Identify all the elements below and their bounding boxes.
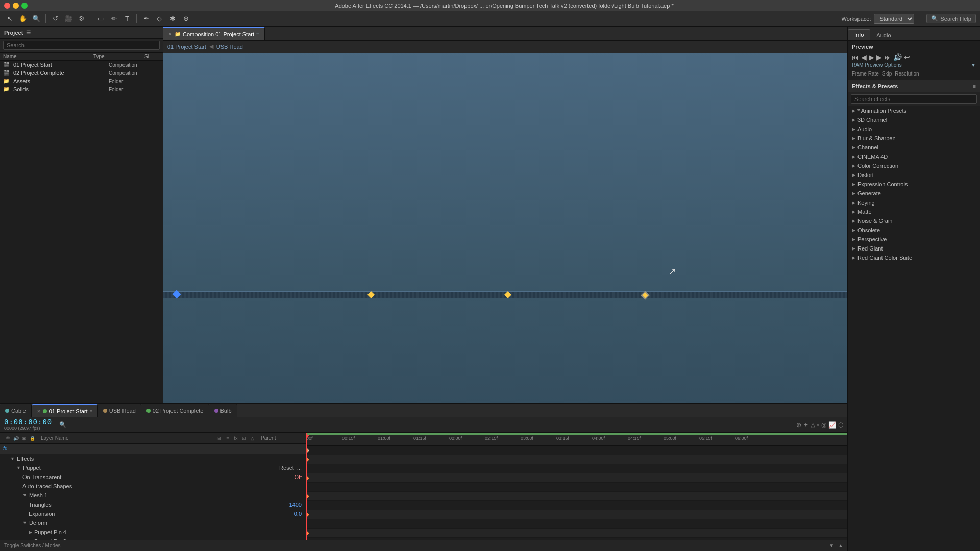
effects-icon[interactable]: ✦ bbox=[803, 421, 808, 429]
motion-blur-icon[interactable]: ◎ bbox=[821, 421, 826, 429]
comp-tab-active[interactable]: ✕ 📁 Composition 01 Project Start ≡ bbox=[163, 27, 265, 40]
zoom-tool[interactable]: 🔍 bbox=[31, 13, 42, 24]
graph-editor-icon[interactable]: 📈 bbox=[828, 421, 836, 429]
triangles-value[interactable]: 1400 bbox=[289, 502, 302, 508]
puppet-row[interactable]: ▼ Puppet Reset ... bbox=[0, 463, 306, 472]
hand-tool[interactable]: ✋ bbox=[17, 13, 29, 24]
triangles-row[interactable]: Triangles 1400 bbox=[0, 500, 306, 509]
category-noise-grain[interactable]: ▶ Noise & Grain bbox=[848, 216, 980, 226]
search-help-label[interactable]: Search Help bbox=[940, 16, 971, 22]
category-obsolete[interactable]: ▶ Obsolete bbox=[848, 226, 980, 235]
lock-icon[interactable]: 🔒 bbox=[29, 435, 36, 442]
deform-row[interactable]: ▼ Deform bbox=[0, 518, 306, 528]
category-perspective[interactable]: ▶ Perspective bbox=[848, 235, 980, 244]
mesh1-triangle[interactable]: ▼ bbox=[22, 493, 27, 498]
workspace-select[interactable]: Standard bbox=[874, 14, 914, 24]
breadcrumb-item-1[interactable]: 01 Project Start bbox=[167, 44, 206, 50]
pin4-triangle[interactable]: ▶ bbox=[29, 530, 32, 535]
render-queue-icon[interactable]: ⬡ bbox=[838, 421, 843, 429]
puppet-triangle[interactable]: ▼ bbox=[16, 465, 21, 470]
new-layer-icon[interactable]: ⊕ bbox=[796, 421, 801, 429]
minimize-button[interactable] bbox=[13, 3, 19, 9]
frame-blending-icon[interactable]: ▫ bbox=[817, 421, 819, 429]
comp-tab-close-icon[interactable]: ✕ bbox=[168, 32, 173, 37]
camera-tool[interactable]: 🎥 bbox=[63, 13, 74, 24]
project-item-solids[interactable]: 📁 Solids Folder bbox=[0, 85, 163, 93]
solo-icon[interactable]: ◉ bbox=[20, 435, 28, 442]
category-distort[interactable]: ▶ Distort bbox=[848, 170, 980, 180]
3d-switch[interactable]: △ bbox=[249, 435, 256, 442]
eraser-tool[interactable]: ◇ bbox=[154, 13, 165, 24]
expansion-value[interactable]: 0.0 bbox=[294, 511, 302, 517]
preview-menu-icon[interactable]: ≡ bbox=[973, 44, 976, 50]
on-transparent-row[interactable]: On Transparent Off bbox=[0, 472, 306, 482]
timeline-tab-cable[interactable]: Cable bbox=[0, 404, 32, 417]
category-keying[interactable]: ▶ Keying bbox=[848, 198, 980, 207]
breadcrumb-item-2[interactable]: USB Head bbox=[216, 44, 243, 50]
comp-tab-menu-icon[interactable]: ≡ bbox=[256, 31, 259, 37]
tab-audio[interactable]: Audio bbox=[870, 30, 897, 40]
category-cinema4d[interactable]: ▶ CINEMA 4D bbox=[848, 152, 980, 161]
maximize-button[interactable] bbox=[21, 3, 28, 9]
text-tool[interactable]: T bbox=[121, 13, 133, 24]
loop-btn[interactable]: ↩ bbox=[904, 53, 910, 61]
timeline-tab-usb[interactable]: USB Head bbox=[98, 404, 141, 417]
timeline-tab-close[interactable]: ✕ bbox=[37, 409, 41, 414]
anchor-tool[interactable]: ⊕ bbox=[180, 13, 191, 24]
puppet-options-btn[interactable]: ... bbox=[297, 465, 302, 471]
puppet-tool[interactable]: ✱ bbox=[167, 13, 178, 24]
expansion-row[interactable]: Expansion 0.0 bbox=[0, 509, 306, 518]
settings-tool[interactable]: ⚙ bbox=[76, 13, 87, 24]
category-generate[interactable]: ▶ Generate bbox=[848, 189, 980, 198]
first-frame-btn[interactable]: ⏮ bbox=[852, 53, 859, 61]
project-search-input[interactable] bbox=[3, 41, 160, 50]
ram-preview-dropdown[interactable]: ▼ bbox=[971, 62, 976, 68]
category-matte[interactable]: ▶ Matte bbox=[848, 207, 980, 216]
brush-tool[interactable]: ✒ bbox=[140, 13, 152, 24]
play-btn[interactable]: ▶ bbox=[869, 53, 874, 61]
frame-blend-switch[interactable]: ⊡ bbox=[240, 435, 248, 442]
mode-icon[interactable]: ≡ bbox=[224, 435, 231, 442]
ram-preview-options[interactable]: RAM Preview Options ▼ bbox=[852, 61, 976, 69]
add-marker-icon[interactable]: ▼ bbox=[829, 543, 834, 548]
next-frame-btn[interactable]: ▶ bbox=[876, 53, 882, 61]
category-blur-sharpen[interactable]: ▶ Blur & Sharpen bbox=[848, 134, 980, 143]
puppet-pin-4-row[interactable]: ▶ Puppet Pin 4 bbox=[0, 528, 306, 537]
category-red-giant-color-suite[interactable]: ▶ Red Giant Color Suite bbox=[848, 253, 980, 262]
timeline-tab-02-complete[interactable]: 02 Project Complete bbox=[141, 404, 209, 417]
timeline-tab-bulb[interactable]: Bulb bbox=[209, 404, 237, 417]
select-tool[interactable]: ↖ bbox=[4, 13, 15, 24]
project-item-assets[interactable]: 📁 Assets Folder bbox=[0, 77, 163, 85]
search-help-box[interactable]: 🔍 Search Help bbox=[926, 14, 976, 23]
prev-frame-btn[interactable]: ◀ bbox=[861, 53, 867, 61]
auto-traced-row[interactable]: Auto-traced Shapes bbox=[0, 482, 306, 491]
effects-triangle[interactable]: ▼ bbox=[10, 456, 15, 461]
rotate-tool[interactable]: ↺ bbox=[50, 13, 61, 24]
timecode-display[interactable]: 0:00:00:00 bbox=[4, 418, 52, 426]
rect-tool[interactable]: ▭ bbox=[95, 13, 106, 24]
audio-btn[interactable]: 🔊 bbox=[893, 53, 902, 61]
close-button[interactable] bbox=[4, 3, 10, 9]
category-3d-channel[interactable]: ▶ 3D Channel bbox=[848, 115, 980, 124]
pen-tool[interactable]: ✏ bbox=[108, 13, 119, 24]
tab-info[interactable]: Info bbox=[848, 29, 870, 40]
timeline-playhead[interactable] bbox=[306, 433, 307, 540]
category-expression-controls[interactable]: ▶ Expression Controls bbox=[848, 180, 980, 189]
vis-icon[interactable]: 👁 bbox=[4, 435, 11, 442]
switch-icon[interactable]: ⊞ bbox=[216, 435, 223, 442]
project-item-02-complete[interactable]: 🎬 02 Project Complete Composition bbox=[0, 69, 163, 77]
category-animation-presets[interactable]: ▶ * Animation Presets bbox=[848, 106, 980, 115]
effects-menu-icon[interactable]: ≡ bbox=[973, 83, 976, 89]
project-menu-button[interactable]: ≡ bbox=[156, 30, 159, 36]
category-red-giant[interactable]: ▶ Red Giant bbox=[848, 244, 980, 253]
effects-row[interactable]: ▼ Effects bbox=[0, 454, 306, 463]
on-transparent-value[interactable]: Off bbox=[295, 474, 302, 480]
mesh1-row[interactable]: ▼ Mesh 1 bbox=[0, 491, 306, 500]
project-item-01-start[interactable]: 🎬 01 Project Start Composition bbox=[0, 61, 163, 69]
category-channel[interactable]: ▶ Channel bbox=[848, 143, 980, 152]
comp-marker-icon[interactable]: ▲ bbox=[838, 543, 843, 548]
timeline-tab-menu[interactable]: ≡ bbox=[90, 409, 92, 414]
draft-3d-icon[interactable]: △ bbox=[811, 421, 815, 429]
last-frame-btn[interactable]: ⏭ bbox=[884, 53, 891, 61]
search-timeline-icon[interactable]: 🔍 bbox=[59, 421, 66, 428]
